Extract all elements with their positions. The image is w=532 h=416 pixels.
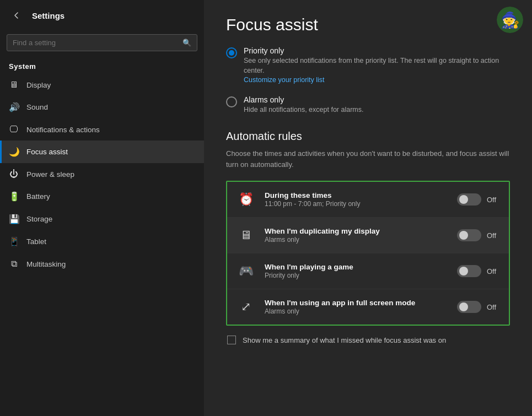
search-input[interactable] xyxy=(13,39,178,47)
radio-group: Priority only See only selected notifica… xyxy=(226,46,510,115)
rule-title-fullscreen: When I'm using an app in full screen mod… xyxy=(265,299,448,307)
radio-option-priority: Priority only See only selected notifica… xyxy=(226,46,510,85)
rule-sub-duplicating: Alarms only xyxy=(265,236,448,244)
sidebar-label-battery: Battery xyxy=(26,192,50,201)
auto-rules-heading: Automatic rules xyxy=(226,130,510,143)
rule-icon-duplicating: 🖥 xyxy=(236,225,256,245)
sidebar-item-notifications[interactable]: 🖵 Notifications & actions xyxy=(0,118,204,141)
rule-text-fullscreen: When I'm using an app in full screen mod… xyxy=(265,299,448,315)
sidebar-item-battery[interactable]: 🔋 Battery xyxy=(0,185,204,208)
summary-checkbox-label: Show me a summary of what I missed while… xyxy=(243,336,446,344)
toggle-fullscreen[interactable] xyxy=(457,301,481,313)
nav-list: 🖥 Display 🔊 Sound 🖵 Notifications & acti… xyxy=(0,74,204,275)
system-label: System xyxy=(0,58,204,74)
main-content: 🧙 Focus assist Priority only See only se… xyxy=(204,0,532,416)
sidebar-item-multitasking[interactable]: ⧉ Multitasking xyxy=(0,253,204,275)
rule-icon-times: ⏰ xyxy=(236,190,256,209)
power-icon: ⏻ xyxy=(9,169,19,179)
sidebar-item-sound[interactable]: 🔊 Sound xyxy=(0,96,204,118)
sidebar-label-sound: Sound xyxy=(26,103,48,111)
tablet-icon: 📱 xyxy=(9,236,19,247)
toggle-area-times: Off xyxy=(457,193,500,206)
rule-item-fullscreen[interactable]: ⤢ When I'm using an app in full screen m… xyxy=(227,289,509,325)
focus-icon: 🌙 xyxy=(9,147,19,157)
rule-item-times[interactable]: ⏰ During these times 11:00 pm - 7:00 am;… xyxy=(227,182,509,218)
display-icon: 🖥 xyxy=(9,80,19,90)
storage-icon: 💾 xyxy=(9,214,19,224)
radio-content-alarms: Alarms only Hide all notifications, exce… xyxy=(244,95,363,115)
rule-title-game: When I'm playing a game xyxy=(265,263,448,271)
avatar-image: 🧙 xyxy=(497,7,523,33)
settings-title: Settings xyxy=(32,11,65,20)
radio-desc-priority: See only selected notifications from the… xyxy=(244,56,510,85)
toggle-label-fullscreen: Off xyxy=(487,303,500,311)
avatar: 🧙 xyxy=(497,7,523,33)
toggle-game[interactable] xyxy=(457,265,481,277)
back-button[interactable] xyxy=(9,8,24,23)
toggle-area-game: Off xyxy=(457,265,500,277)
sidebar-label-tablet: Tablet xyxy=(26,237,46,246)
rule-sub-times: 11:00 pm - 7:00 am; Priority only xyxy=(265,200,448,208)
multitasking-icon: ⧉ xyxy=(9,259,19,269)
toggle-label-duplicating: Off xyxy=(487,231,500,240)
sidebar-label-focus: Focus assist xyxy=(26,148,68,156)
radio-label-priority: Priority only xyxy=(244,46,510,55)
rule-icon-fullscreen: ⤢ xyxy=(236,297,256,317)
rule-title-duplicating: When I'm duplicating my display xyxy=(265,227,448,235)
sidebar: Settings 🔍 System 🖥 Display 🔊 Sound 🖵 No… xyxy=(0,0,204,416)
rule-item-game[interactable]: 🎮 When I'm playing a game Priority only … xyxy=(227,253,509,289)
sidebar-header: Settings xyxy=(0,0,204,31)
toggle-area-duplicating: Off xyxy=(457,229,500,241)
rule-item-duplicating[interactable]: 🖥 When I'm duplicating my display Alarms… xyxy=(227,218,509,253)
toggle-area-fullscreen: Off xyxy=(457,301,500,313)
radio-btn-alarms[interactable] xyxy=(226,96,237,107)
radio-label-alarms: Alarms only xyxy=(244,95,363,104)
sidebar-item-power[interactable]: ⏻ Power & sleep xyxy=(0,163,204,185)
sidebar-label-display: Display xyxy=(26,81,51,89)
sidebar-item-display[interactable]: 🖥 Display xyxy=(0,74,204,96)
rule-title-times: During these times xyxy=(265,191,448,199)
battery-icon: 🔋 xyxy=(9,191,19,202)
sidebar-item-storage[interactable]: 💾 Storage xyxy=(0,208,204,230)
priority-link[interactable]: Customize your priority list xyxy=(244,76,325,84)
sidebar-label-storage: Storage xyxy=(26,215,52,223)
search-icon[interactable]: 🔍 xyxy=(182,39,191,47)
summary-checkbox-row: Show me a summary of what I missed while… xyxy=(226,336,510,344)
rule-sub-fullscreen: Alarms only xyxy=(265,307,448,315)
rule-text-duplicating: When I'm duplicating my display Alarms o… xyxy=(265,227,448,244)
search-box[interactable]: 🔍 xyxy=(7,34,197,51)
rule-text-game: When I'm playing a game Priority only xyxy=(265,263,448,279)
toggle-label-game: Off xyxy=(487,267,500,275)
sidebar-item-tablet[interactable]: 📱 Tablet xyxy=(0,230,204,253)
sidebar-label-multitasking: Multitasking xyxy=(26,260,66,268)
sidebar-item-focus[interactable]: 🌙 Focus assist xyxy=(0,141,204,163)
sidebar-label-power: Power & sleep xyxy=(26,170,74,179)
rules-list: ⏰ During these times 11:00 pm - 7:00 am;… xyxy=(226,181,510,326)
summary-checkbox[interactable] xyxy=(227,336,236,344)
toggle-label-times: Off xyxy=(487,196,500,204)
radio-btn-priority[interactable] xyxy=(226,47,237,58)
toggle-times[interactable] xyxy=(457,193,481,206)
rule-icon-game: 🎮 xyxy=(236,261,256,281)
rule-sub-game: Priority only xyxy=(265,272,448,279)
radio-desc-alarms: Hide all notifications, except for alarm… xyxy=(244,105,363,115)
radio-option-alarms: Alarms only Hide all notifications, exce… xyxy=(226,95,510,115)
toggle-duplicating[interactable] xyxy=(457,229,481,241)
auto-rules-desc: Choose the times and activities when you… xyxy=(226,148,510,170)
rule-text-times: During these times 11:00 pm - 7:00 am; P… xyxy=(265,191,448,208)
notifications-icon: 🖵 xyxy=(9,125,19,134)
radio-content-priority: Priority only See only selected notifica… xyxy=(244,46,510,85)
sound-icon: 🔊 xyxy=(9,102,19,112)
page-title: Focus assist xyxy=(226,15,510,34)
sidebar-label-notifications: Notifications & actions xyxy=(26,126,100,134)
